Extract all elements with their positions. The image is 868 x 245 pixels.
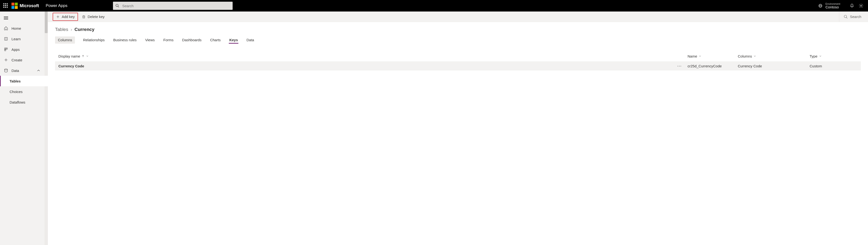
settings-button[interactable] <box>857 0 866 11</box>
microsoft-brand-text: Microsoft <box>20 3 39 8</box>
app-launcher-icon[interactable] <box>3 3 8 8</box>
nav-label: Home <box>11 26 21 30</box>
main-area: Add key Delete key Search Tables › Curre… <box>48 11 868 245</box>
breadcrumb-parent[interactable]: Tables <box>55 27 68 32</box>
add-key-label: Add key <box>62 15 75 19</box>
nav-sub-dataflows[interactable]: Dataflows <box>0 97 48 107</box>
entity-tabs: Columns Relationships Business rules Vie… <box>55 36 861 44</box>
table-row[interactable]: Currency Code ··· cr25d_CurrencyCode Cur… <box>55 61 861 71</box>
commandbar-search[interactable]: Search <box>842 15 863 19</box>
nav-collapse-button[interactable] <box>0 13 48 23</box>
col-header-label: Name <box>687 54 697 58</box>
breadcrumb: Tables › Currency <box>55 27 861 32</box>
tab-dashboards[interactable]: Dashboards <box>182 36 202 44</box>
microsoft-logo: Microsoft <box>11 3 39 9</box>
globe-icon <box>818 4 823 8</box>
home-icon <box>4 26 8 30</box>
nav-label: Create <box>11 58 22 62</box>
search-icon <box>844 15 848 19</box>
data-icon <box>4 68 8 73</box>
sort-asc-icon <box>82 55 85 57</box>
app-name: Power Apps <box>46 3 67 8</box>
tab-keys[interactable]: Keys <box>229 36 238 44</box>
col-header-display-name[interactable]: Display name <box>58 54 687 58</box>
global-search-input[interactable] <box>122 4 230 8</box>
global-search[interactable] <box>113 2 232 10</box>
svg-point-5 <box>861 5 862 6</box>
nav-item-data[interactable]: Data <box>0 65 48 76</box>
col-header-label: Columns <box>738 54 752 58</box>
tab-views[interactable]: Views <box>145 36 155 44</box>
left-nav: Home Learn Apps Create Data Tables Choic… <box>0 11 48 245</box>
bell-icon <box>849 3 855 8</box>
nav-scrollbar-thumb[interactable] <box>45 11 48 33</box>
breadcrumb-current: Currency <box>74 27 94 32</box>
tab-forms[interactable]: Forms <box>163 36 174 44</box>
command-bar-divider <box>839 11 839 22</box>
chevron-down-icon <box>86 55 89 57</box>
svg-line-22 <box>846 17 848 19</box>
svg-line-1 <box>118 6 119 7</box>
command-bar: Add key Delete key Search <box>48 11 868 22</box>
row-more-button[interactable]: ··· <box>677 64 682 68</box>
chevron-right-icon: › <box>71 27 72 32</box>
svg-rect-8 <box>4 48 6 49</box>
chevron-down-icon <box>699 55 702 57</box>
delete-key-button[interactable]: Delete key <box>79 13 107 21</box>
nav-label: Data <box>11 69 19 73</box>
cell-columns: Currency Code <box>738 64 810 68</box>
svg-rect-9 <box>6 48 7 49</box>
nav-sub-tables[interactable]: Tables <box>0 76 48 86</box>
tab-relationships[interactable]: Relationships <box>83 36 105 44</box>
svg-point-21 <box>844 15 847 18</box>
chevron-down-icon <box>753 55 756 57</box>
svg-rect-10 <box>4 50 6 51</box>
environment-name: Contoso <box>826 5 840 9</box>
nav-sub-label: Dataflows <box>9 100 25 104</box>
gear-icon <box>859 3 864 8</box>
col-header-name[interactable]: Name <box>687 54 738 58</box>
nav-item-learn[interactable]: Learn <box>0 33 48 44</box>
cell-display-name: Currency Code <box>58 64 84 68</box>
delete-key-label: Delete key <box>88 15 104 19</box>
grid-header: Display name Name Columns Type <box>55 51 861 61</box>
nav-item-home[interactable]: Home <box>0 23 48 33</box>
microsoft-logo-icon <box>11 3 18 9</box>
chevron-up-icon <box>36 68 41 73</box>
search-icon <box>115 4 119 8</box>
add-key-button[interactable]: Add key <box>53 13 78 21</box>
tab-columns[interactable]: Columns <box>55 36 75 44</box>
tab-charts[interactable]: Charts <box>210 36 221 44</box>
commandbar-search-label: Search <box>850 15 861 19</box>
nav-scrollbar-track[interactable] <box>44 11 48 245</box>
tab-business-rules[interactable]: Business rules <box>113 36 137 44</box>
nav-label: Learn <box>11 37 21 41</box>
notifications-button[interactable] <box>847 0 857 11</box>
environment-label: Environment <box>826 2 840 5</box>
nav-item-create[interactable]: Create <box>0 55 48 65</box>
cell-type: Custom <box>810 64 858 68</box>
chevron-down-icon <box>819 55 822 57</box>
svg-rect-16 <box>83 16 85 18</box>
nav-label: Apps <box>11 48 20 52</box>
col-header-type[interactable]: Type <box>810 54 858 58</box>
environment-picker[interactable]: Environment Contoso <box>818 2 840 9</box>
svg-point-13 <box>4 69 7 70</box>
nav-sub-choices[interactable]: Choices <box>0 86 48 97</box>
plus-icon <box>4 58 8 62</box>
nav-sub-label: Tables <box>9 79 21 83</box>
col-header-columns[interactable]: Columns <box>738 54 810 58</box>
book-icon <box>4 37 8 41</box>
nav-sub-label: Choices <box>9 90 23 94</box>
col-header-label: Display name <box>58 54 80 58</box>
trash-icon <box>82 15 86 19</box>
nav-item-apps[interactable]: Apps <box>0 44 48 55</box>
plus-icon <box>56 15 60 19</box>
col-header-label: Type <box>810 54 817 58</box>
apps-icon <box>4 47 8 52</box>
svg-point-0 <box>116 4 118 7</box>
tab-data[interactable]: Data <box>246 36 255 44</box>
top-bar: Microsoft Power Apps Environment Contoso <box>0 0 868 11</box>
cell-name: cr25d_CurrencyCode <box>687 64 738 68</box>
